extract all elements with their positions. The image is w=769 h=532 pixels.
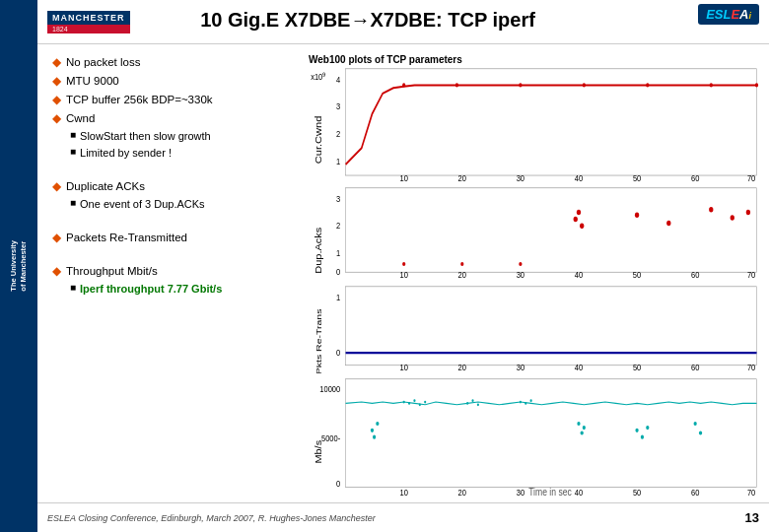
charts-section: Web100 plots of TCP parameters Cur.Cwnd …	[304, 44, 769, 502]
svg-point-42	[402, 262, 405, 266]
svg-text:70: 70	[747, 362, 755, 372]
svg-text:0: 0	[336, 266, 340, 277]
svg-point-81	[408, 402, 410, 405]
svg-point-37	[635, 213, 639, 219]
svg-text:30: 30	[517, 362, 524, 372]
svg-text:2: 2	[336, 220, 340, 231]
svg-text:Pkts Re-Trans: Pkts Re-Trans	[315, 308, 323, 373]
diamond-icon-7: ◆	[52, 264, 61, 278]
svg-text:40: 40	[575, 269, 584, 280]
svg-text:1: 1	[336, 247, 340, 258]
svg-text:2: 2	[336, 128, 340, 139]
sub-bullet-slowstart: ■ SlowStart then slow growth	[70, 129, 294, 144]
svg-text:50: 50	[633, 269, 642, 280]
svg-point-76	[641, 434, 644, 438]
sub-bullet-icon-4: ■	[70, 282, 76, 293]
bullets-section: ◆ No packet loss ◆ MTU 9000 ◆ TCP buffer…	[37, 44, 304, 502]
svg-text:Time in sec: Time in sec	[528, 485, 572, 497]
svg-text:60: 60	[691, 486, 700, 497]
svg-point-78	[694, 422, 697, 426]
svg-point-36	[574, 217, 578, 223]
bullet-text-throughput: Throughput Mbit/s	[66, 263, 158, 279]
bullet-group-main: ◆ No packet loss ◆ MTU 9000 ◆ TCP buffer…	[52, 54, 294, 161]
svg-text:Cur.Cwnd: Cur.Cwnd	[314, 116, 323, 165]
bullet-cwnd: ◆ Cwnd	[52, 110, 294, 126]
svg-point-75	[635, 428, 638, 432]
svg-point-85	[466, 402, 468, 405]
chart-retrans-svg: Pkts Re-Trans 1 0 10 20 30 40 50 60 70	[309, 284, 764, 373]
bullet-throughput: ◆ Throughput Mbit/s	[52, 263, 294, 279]
svg-text:60: 60	[691, 269, 700, 280]
svg-point-71	[376, 422, 379, 426]
svg-text:10000: 10000	[319, 383, 340, 394]
svg-text:0: 0	[336, 346, 340, 357]
svg-text:60: 60	[691, 362, 699, 372]
svg-text:Dup.Acks: Dup.Acks	[314, 228, 323, 274]
svg-text:Mb/s: Mb/s	[314, 439, 323, 463]
content-area: ◆ No packet loss ◆ MTU 9000 ◆ TCP buffer…	[37, 44, 769, 502]
diamond-icon-3: ◆	[52, 93, 61, 106]
bullet-text-no-packet-loss: No packet loss	[66, 54, 140, 70]
svg-point-20	[755, 83, 758, 87]
slide-title: 10 Gig.E X7DBE→X7DBE: TCP iperf	[75, 8, 661, 32]
svg-text:x10⁹: x10⁹	[311, 71, 326, 82]
sub-bullet-text-limited: Limited by sender !	[80, 146, 172, 161]
svg-point-72	[577, 422, 580, 426]
svg-point-69	[371, 428, 374, 432]
svg-point-41	[746, 210, 750, 216]
svg-point-87	[477, 403, 479, 406]
sub-bullet-text-one-event: One event of 3 Dup.ACKs	[80, 197, 205, 212]
university-name: The Universityof Manchester	[9, 240, 29, 292]
sub-bullet-one-event: ■ One event of 3 Dup.ACKs	[70, 197, 294, 212]
svg-text:20: 20	[458, 269, 467, 280]
svg-text:0: 0	[336, 478, 340, 489]
svg-point-35	[580, 224, 584, 230]
svg-text:30: 30	[517, 269, 525, 280]
footer: ESLEA Closing Conference, Edinburgh, Mar…	[37, 502, 769, 532]
svg-point-79	[699, 431, 702, 434]
svg-point-14	[402, 83, 405, 87]
sub-bullet-limited: ■ Limited by sender !	[70, 146, 294, 161]
svg-text:50: 50	[633, 486, 642, 497]
bullet-text-tcp-buffer: TCP buffer 256k BDP=~330k	[66, 92, 213, 107]
svg-text:60: 60	[691, 172, 700, 182]
chart-title-container: Web100 plots of TCP parameters	[309, 49, 764, 63]
svg-text:50: 50	[633, 172, 642, 182]
diamond-icon-5: ◆	[52, 179, 61, 193]
svg-point-74	[583, 426, 586, 430]
svg-point-90	[530, 399, 532, 402]
chart-dup-acks: Dup.Acks 3 2 1 0 10 20 30 40 50 60 70	[309, 185, 764, 281]
diamond-icon-2: ◆	[52, 74, 61, 88]
svg-text:70: 70	[747, 486, 756, 497]
svg-text:30: 30	[517, 486, 525, 497]
svg-point-19	[710, 83, 713, 87]
footer-text: ESLEA Closing Conference, Edinburgh, Mar…	[47, 513, 376, 523]
top-bar: MANCHESTER 1824 10 Gig.E X7DBE→X7DBE: TC…	[37, 0, 769, 44]
svg-text:3: 3	[336, 193, 340, 204]
svg-text:70: 70	[747, 269, 756, 280]
svg-text:10: 10	[400, 486, 409, 497]
svg-point-15	[455, 83, 458, 87]
diamond-icon-4: ◆	[52, 111, 61, 125]
svg-point-38	[666, 221, 670, 227]
svg-text:3: 3	[336, 100, 340, 111]
svg-point-84	[424, 400, 426, 403]
bullet-dup-acks: ◆ Duplicate ACKs	[52, 178, 294, 194]
svg-text:10: 10	[400, 172, 409, 182]
svg-point-70	[373, 434, 376, 438]
svg-point-80	[403, 400, 405, 403]
svg-text:10: 10	[400, 362, 408, 372]
sub-bullet-iperf: ■ Iperf throughput 7.77 Gbit/s	[70, 282, 294, 297]
svg-text:30: 30	[517, 172, 525, 182]
svg-text:4: 4	[336, 74, 340, 85]
chart-throughput: Mb/s 10000 5000- 0 10 20 30 40 50 60 70	[309, 376, 764, 498]
svg-point-82	[413, 399, 415, 402]
bullet-text-cwnd: Cwnd	[66, 110, 95, 126]
chart-title: Web100 plots of TCP parameters	[309, 54, 462, 65]
svg-text:40: 40	[575, 486, 584, 497]
chart-retrans: Pkts Re-Trans 1 0 10 20 30 40 50 60 70	[309, 284, 764, 373]
bullet-tcp-buffer: ◆ TCP buffer 256k BDP=~330k	[52, 92, 294, 107]
chart-dup-acks-svg: Dup.Acks 3 2 1 0 10 20 30 40 50 60 70	[309, 185, 764, 281]
sub-bullet-icon-2: ■	[70, 146, 76, 157]
eslea-logo: ESLEAi	[698, 4, 759, 25]
